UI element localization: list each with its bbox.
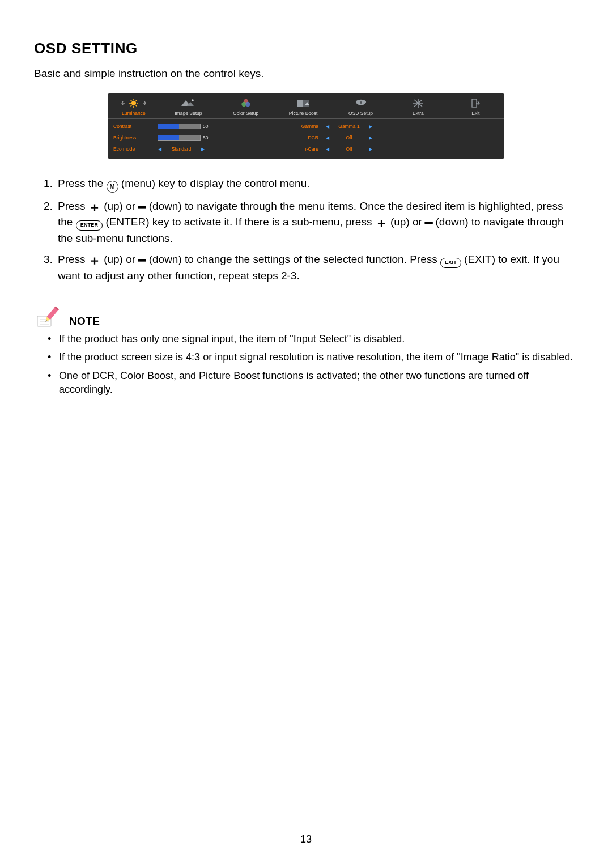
osd-tab-label: OSD Setup <box>333 110 388 116</box>
triangle-right-icon: ▶ <box>201 147 205 152</box>
osd-tab-extra: Extra <box>389 93 447 118</box>
osd-tab-color-setup: Color Setup <box>217 93 274 118</box>
osd-tab-luminance: Luminance <box>108 93 160 118</box>
triangle-right-icon: ▶ <box>368 135 373 141</box>
osd-screenshot: Luminance Image Setup Color Setup <box>108 93 504 159</box>
svg-line-7 <box>135 100 137 101</box>
osd-tab-image-setup: Image Setup <box>160 93 217 118</box>
osd-tab-label: Picture Boost <box>275 110 330 116</box>
triangle-right-icon: ▶ <box>368 124 373 129</box>
osd-item-brightness-label: Brightness <box>113 134 158 142</box>
step-3: Press ＋ (up) or ━ (down) to change the s… <box>56 252 578 283</box>
picture-boost-icon <box>275 97 330 109</box>
svg-point-14 <box>245 102 250 107</box>
triangle-left-icon: ◀ <box>325 124 330 129</box>
osd-tab-label: Extra <box>390 110 445 116</box>
osd-ecomode-value: ◀ Standard ▶ <box>158 146 205 152</box>
image-setup-icon <box>161 97 216 109</box>
sun-icon <box>109 97 159 109</box>
svg-line-5 <box>130 100 131 101</box>
osd-tab-label: Exit <box>448 110 503 116</box>
note-title: NOTE <box>69 315 100 329</box>
exit-icon <box>448 97 503 109</box>
osd-tab-osd-setup: OSD Setup <box>332 93 389 118</box>
osd-tabs: Luminance Image Setup Color Setup <box>108 93 504 119</box>
section-title: OSD SETTING <box>34 40 578 57</box>
extra-icon <box>390 97 445 109</box>
enter-key-icon: ENTER <box>76 220 103 231</box>
osd-tab-label: Luminance <box>109 110 159 116</box>
triangle-right-icon: ▶ <box>368 147 373 152</box>
osd-tab-exit: Exit <box>447 93 504 118</box>
intro-text: Basic and simple instruction on the cont… <box>34 67 578 80</box>
note-item: If the product has only one signal input… <box>58 332 578 346</box>
svg-rect-16 <box>303 100 309 107</box>
step-1: Press the M (menu) key to display the co… <box>56 176 578 193</box>
instructions-list: Press the M (menu) key to display the co… <box>34 176 578 283</box>
note-heading-row: NOTE <box>35 304 578 329</box>
osd-gamma-value: ◀ Gamma 1 ▶ <box>325 122 499 130</box>
svg-rect-23 <box>472 99 477 107</box>
triangle-left-icon: ◀ <box>325 135 330 141</box>
page-number: 13 <box>0 833 612 845</box>
menu-key-icon: M <box>107 181 118 193</box>
osd-item-contrast-label: Contrast <box>113 122 158 130</box>
osd-setup-icon <box>333 97 388 109</box>
rgb-icon <box>218 97 273 109</box>
osd-item-gamma-label: Gamma <box>233 122 318 130</box>
triangle-left-icon: ◀ <box>325 147 330 152</box>
osd-contrast-slider: 50 <box>158 124 212 129</box>
step-2: Press ＋ (up) or ━ (down) to navigate thr… <box>56 198 578 246</box>
svg-line-6 <box>135 105 137 107</box>
notes-list: If the product has only one signal input… <box>34 332 578 396</box>
osd-item-ecomode-label: Eco mode <box>113 145 158 153</box>
exit-key-icon: EXIT <box>440 258 461 268</box>
svg-point-11 <box>192 99 194 101</box>
osd-tab-label: Image Setup <box>161 110 216 116</box>
note-item: One of DCR, Color Boost, and Picture Boo… <box>58 369 578 397</box>
note-item: If the product screen size is 4:3 or inp… <box>58 350 578 364</box>
svg-point-0 <box>131 101 136 105</box>
triangle-left-icon: ◀ <box>158 147 162 152</box>
osd-tab-label: Color Setup <box>218 110 273 116</box>
note-pencil-icon <box>35 304 63 329</box>
svg-point-18 <box>360 101 362 104</box>
osd-tab-picture-boost: Picture Boost <box>274 93 332 118</box>
osd-item-dcr-label: DCR <box>233 134 318 142</box>
svg-line-8 <box>130 105 131 107</box>
osd-brightness-slider: 50 <box>158 135 212 141</box>
osd-icare-value: ◀ Off ▶ <box>325 145 499 153</box>
osd-item-icare-label: i-Care <box>233 145 318 153</box>
osd-dcr-value: ◀ Off ▶ <box>325 134 499 142</box>
